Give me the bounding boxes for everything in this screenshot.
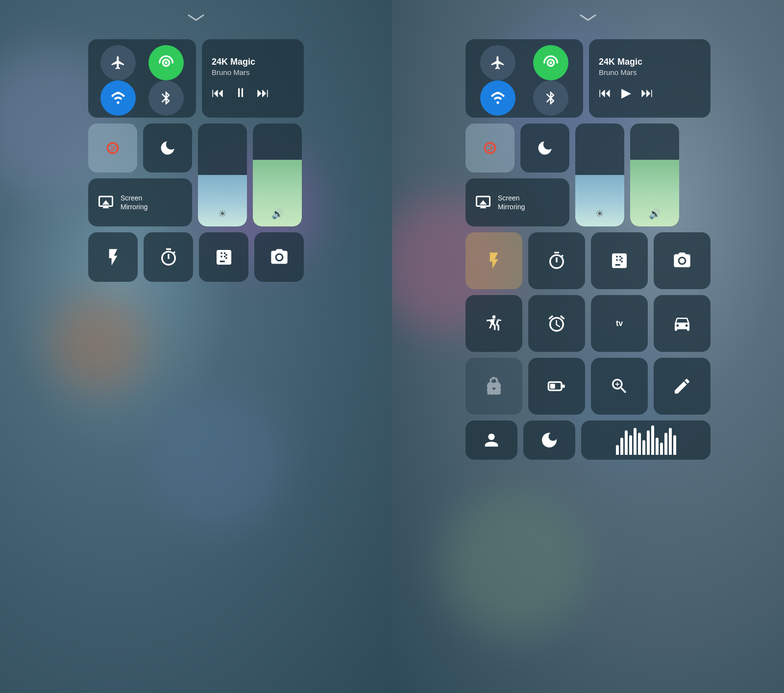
person-icon (482, 430, 501, 450)
accessibility-button[interactable] (466, 295, 522, 352)
do-not-disturb-button[interactable] (143, 124, 192, 173)
right-cellular-button[interactable] (533, 45, 568, 80)
right-bluetooth-button[interactable] (533, 80, 568, 116)
right-bottom-icon1[interactable] (466, 421, 517, 460)
left-control-center: 24K Magic Bruno Mars ⏮ ⏸ ⏭ (88, 39, 304, 282)
right-connectivity-card[interactable] (466, 39, 583, 118)
apple-tv-button[interactable]: tv (591, 295, 648, 352)
right-flashlight-button[interactable] (466, 232, 522, 289)
right-music-card[interactable]: 24K Magic Bruno Mars ⏮ ▶ ⏭ (589, 39, 710, 118)
right-next-button[interactable]: ⏭ (641, 85, 654, 100)
right-music-controls: ⏮ ▶ ⏭ (599, 85, 654, 100)
left-music-controls: ⏮ ⏸ ⏭ (212, 85, 270, 100)
bar12 (664, 433, 667, 455)
zoom-button[interactable] (591, 358, 648, 415)
flashlight-button[interactable] (88, 232, 138, 282)
cellular-button[interactable] (148, 45, 184, 80)
moon-icon (159, 139, 176, 157)
right-screen-mirror-label: ScreenMirroring (498, 194, 525, 211)
left-chevron[interactable] (186, 14, 206, 22)
right-volume-slider[interactable]: 🔊 (630, 124, 679, 226)
left-music-song: 24K Magic (212, 56, 255, 68)
bluetooth-icon (158, 90, 174, 106)
timer-button[interactable] (144, 232, 193, 282)
bar3 (625, 430, 628, 455)
svg-point-1 (165, 61, 167, 64)
bar7 (642, 440, 645, 455)
right-calculator-icon (610, 251, 629, 271)
right-row2: ScreenMirroring ☀ 🔊 (466, 124, 710, 226)
right-airplane-button[interactable] (480, 45, 515, 80)
left-brightness-slider[interactable]: ☀ (198, 124, 247, 226)
right-airplane-icon (490, 55, 506, 71)
next-button[interactable]: ⏭ (257, 85, 270, 100)
lock-dim-button[interactable] (466, 358, 522, 415)
right-grid-row3 (466, 358, 710, 415)
right-grid-row2: tv (466, 295, 710, 352)
left-volume-slider[interactable]: 🔊 (253, 124, 302, 226)
car-button[interactable] (654, 295, 710, 352)
right-calculator-button[interactable] (591, 232, 648, 289)
right-dnd-button[interactable] (520, 124, 569, 173)
alarm-icon (547, 314, 566, 333)
bar6 (638, 433, 641, 455)
svg-point-10 (492, 315, 496, 319)
airplane-icon (110, 55, 126, 71)
airplane-mode-button[interactable] (100, 45, 136, 80)
right-timer-icon (547, 251, 566, 271)
prev-button[interactable]: ⏮ (212, 85, 224, 100)
right-bottom-icon2[interactable] (523, 421, 575, 460)
right-prev-button[interactable]: ⏮ (599, 85, 612, 100)
apple-tv-label: tv (616, 319, 623, 328)
notes-button[interactable] (654, 358, 710, 415)
right-camera-button[interactable] (654, 232, 710, 289)
right-screen-mirror-button[interactable]: ScreenMirroring (466, 178, 569, 226)
notes-icon (672, 376, 692, 396)
right-chevron[interactable] (578, 14, 598, 22)
bar5 (634, 428, 637, 455)
right-grid-row1 (466, 232, 710, 289)
calculator-icon (214, 248, 234, 267)
timer-icon (159, 248, 178, 267)
right-timer-button[interactable] (528, 232, 585, 289)
right-screen-mirror-icon (474, 194, 492, 211)
right-lock-rotation-button[interactable] (466, 124, 514, 173)
right-wifi-icon (490, 90, 506, 106)
zoom-icon (610, 376, 629, 396)
right-row1: 24K Magic Bruno Mars ⏮ ▶ ⏭ (466, 39, 710, 118)
right-bottom-row (466, 421, 710, 460)
camera-button[interactable] (254, 232, 304, 282)
left-screen-mirror-button[interactable]: ScreenMirroring (88, 178, 192, 226)
right-camera-icon (672, 251, 692, 271)
right-brightness-slider[interactable]: ☀ (575, 124, 624, 226)
left-row2: ScreenMirroring ☀ 🔊 (88, 124, 304, 226)
left-music-card[interactable]: 24K Magic Bruno Mars ⏮ ⏸ ⏭ (202, 39, 304, 118)
pause-button[interactable]: ⏸ (234, 85, 247, 100)
calculator-button[interactable] (199, 232, 248, 282)
battery-button[interactable] (528, 358, 585, 415)
lock-rotation-button[interactable] (88, 124, 137, 173)
right-volume-icon: 🔊 (649, 208, 661, 220)
volume-icon: 🔊 (271, 208, 284, 220)
right-wifi-button[interactable] (480, 80, 515, 116)
left-panel: 24K Magic Bruno Mars ⏮ ⏸ ⏭ (0, 0, 392, 693)
alarm-button[interactable] (528, 295, 585, 352)
bar4 (629, 435, 632, 455)
music-bars-card[interactable] (581, 421, 710, 460)
battery-icon (547, 376, 566, 396)
brightness-icon: ☀ (218, 208, 227, 220)
bluetooth-button[interactable] (148, 80, 184, 116)
car-icon (672, 314, 692, 333)
wifi-button[interactable] (100, 80, 136, 116)
left-row1: 24K Magic Bruno Mars ⏮ ⏸ ⏭ (88, 39, 304, 118)
bar9 (651, 425, 654, 455)
left-music-artist: Bruno Mars (212, 68, 255, 77)
blob3 (49, 294, 147, 392)
right-panel: 24K Magic Bruno Mars ⏮ ▶ ⏭ (392, 0, 784, 693)
right-play-button[interactable]: ▶ (621, 85, 631, 100)
right-music-artist: Bruno Mars (599, 68, 642, 77)
svg-point-14 (488, 434, 494, 440)
bar10 (656, 438, 659, 455)
right-lock-rotation-icon (481, 139, 499, 157)
left-connectivity-card[interactable] (88, 39, 196, 118)
